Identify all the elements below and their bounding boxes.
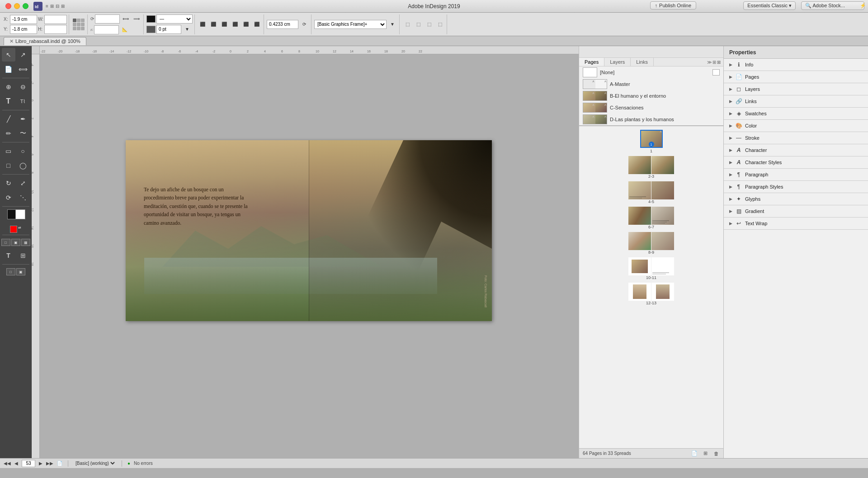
content-collector[interactable]: ⊕ (2, 80, 15, 94)
publish-online-button[interactable]: ↑ Publish Online (650, 1, 696, 9)
ref-point-ml[interactable] (73, 23, 76, 26)
master-b[interactable]: A A B-El humano y el entorno (579, 90, 723, 102)
tab-layers[interactable]: Layers (604, 58, 631, 66)
spread-thumb-12-13[interactable]: 12-13 (583, 283, 720, 305)
scale-options[interactable]: 📐 (120, 25, 130, 35)
nav-next-page[interactable]: ▶ (39, 461, 42, 466)
text-frame-tool2[interactable]: T (2, 249, 15, 262)
info-section[interactable]: ▶ ℹ Info (724, 59, 868, 71)
character-section[interactable]: ▶ A Character (724, 144, 868, 156)
ellipse-frame-tool[interactable]: ○ (16, 144, 30, 158)
rotate-input[interactable] (95, 14, 120, 24)
master-a[interactable]: A A A-Master (579, 78, 723, 90)
preview-mode-button[interactable]: ▣ (11, 239, 20, 246)
pen-tool[interactable]: ✒ (16, 112, 30, 126)
workspace-dropdown[interactable]: Essentials Classic ▾ (743, 1, 796, 10)
ref-point-bc[interactable] (77, 27, 80, 30)
ref-point-br[interactable] (81, 27, 85, 30)
h-input[interactable] (44, 25, 67, 34)
ref-point-tl[interactable] (73, 19, 76, 22)
spread-thumb-2-3[interactable]: 2-3 (583, 156, 720, 179)
pages-section[interactable]: ▶ 📄 Pages (724, 71, 868, 83)
swap-colors-button[interactable]: ⇄ (18, 226, 22, 229)
obj-opt4[interactable]: ⬚ (435, 19, 445, 29)
align-center-v-button[interactable]: ⬛ (241, 19, 251, 29)
canvas-area[interactable]: Te dejo un afiche de un bosque con un pr… (40, 54, 579, 458)
text-wrap-section[interactable]: ▶ ↩ Text Wrap (724, 218, 868, 230)
x-input[interactable] (10, 15, 37, 24)
align-top-button[interactable]: ⬛ (230, 19, 240, 29)
frame-more-button[interactable]: ▼ (387, 19, 397, 29)
page-tool[interactable]: 📄 (2, 62, 15, 76)
paragraph-styles-section[interactable]: ▶ ¶ Paragraph Styles (724, 181, 868, 193)
ellipse-tool[interactable]: ◯ (16, 159, 30, 172)
measure-input[interactable] (267, 20, 298, 29)
new-page-button[interactable]: 📄 (691, 450, 698, 457)
flip-h-button[interactable]: ⟺ (121, 14, 131, 24)
line-tool[interactable]: ╱ (2, 112, 15, 126)
rect-tool[interactable]: □ (2, 159, 15, 172)
spread-thumb-10-11[interactable]: 10-11 (583, 257, 720, 280)
scale-tool[interactable]: ⤢ (16, 176, 30, 190)
direct-selection-tool[interactable]: ↗ (16, 48, 30, 62)
shear-tool[interactable]: ⋱ (16, 191, 30, 204)
character-styles-section[interactable]: ▶ A Character Styles (724, 156, 868, 169)
free-transform-tool[interactable]: ⟳ (2, 191, 15, 204)
frame-type-dropdown[interactable]: [Basic Graphics Frame]+ (314, 20, 387, 29)
master-d[interactable]: A A D-Las plantas y los humanos (579, 114, 723, 125)
adobe-stock-search[interactable]: 🔍 Adobe Stock... (801, 1, 864, 10)
pencil-tool[interactable]: ✏ (2, 127, 15, 140)
stroke-options[interactable]: ▼ (182, 24, 192, 34)
spacing-options[interactable]: ⟳ (299, 19, 309, 29)
errors-indicator[interactable]: ● (127, 461, 130, 466)
y-input[interactable] (10, 25, 37, 34)
align-right-button[interactable]: ⬛ (219, 19, 229, 29)
smooth-tool[interactable]: 〜 (16, 127, 30, 140)
align-bottom-button[interactable]: ⬛ (252, 19, 262, 29)
background-swatch[interactable] (15, 209, 25, 219)
ref-point-tc[interactable] (77, 19, 80, 22)
panel-menu[interactable]: ≫ ⊞ ⊠ (704, 58, 723, 66)
duplicate-spread-button[interactable]: ⊞ (702, 450, 709, 457)
red-swatch[interactable] (10, 226, 17, 233)
gap-tool[interactable]: ⟺ (16, 62, 30, 76)
ref-point-bl[interactable] (73, 27, 76, 30)
page-thumb-1[interactable]: A 1 1 (583, 130, 720, 153)
shear-input[interactable] (94, 25, 119, 34)
close-button[interactable] (5, 3, 11, 9)
stroke-input[interactable] (156, 25, 181, 34)
obj-opt3[interactable]: ⬚ (424, 19, 434, 29)
document-spread[interactable]: Te dejo un afiche de un bosque con un pr… (126, 140, 492, 321)
w-input[interactable] (44, 15, 67, 24)
rect-frame-tool[interactable]: ▭ (2, 144, 15, 158)
tab-pages[interactable]: Pages (579, 58, 604, 66)
doc-tab-item[interactable]: ✕ Libro_rabascall.indd @ 100% (4, 37, 86, 45)
page-number-input[interactable] (22, 460, 35, 467)
view-mode-normal[interactable]: □ (6, 268, 15, 275)
frame-grid-tool[interactable]: ⊞ (16, 249, 30, 262)
delete-page-button[interactable]: 🗑 (712, 450, 720, 457)
align-center-h-button[interactable]: ⬛ (208, 19, 218, 29)
ref-point-mr[interactable] (81, 23, 85, 26)
spread-thumb-4-5[interactable]: 4-5 (583, 181, 720, 204)
bleed-mode-button[interactable]: ▦ (21, 239, 30, 246)
object-style-dropdown[interactable]: [Basic] (working) (74, 460, 116, 466)
nav-next[interactable]: ▶▶ (46, 461, 53, 466)
normal-mode-button[interactable]: □ (1, 239, 10, 246)
spread-thumb-6-7[interactable]: 6-7 (583, 207, 720, 229)
content-placer[interactable]: ⊖ (16, 80, 30, 94)
rotate-tool[interactable]: ↻ (2, 176, 15, 190)
stroke-section[interactable]: ▶ — Stroke (724, 132, 868, 144)
stroke-swatch[interactable] (146, 26, 156, 33)
obj-opt2[interactable]: ⬚ (413, 19, 423, 29)
fill-swatch[interactable] (146, 15, 156, 23)
page-type-button[interactable]: 📄 (57, 461, 62, 466)
swatches-section[interactable]: ▶ ◈ Swatches (724, 108, 868, 120)
paragraph-section[interactable]: ▶ ¶ Paragraph (724, 169, 868, 181)
maximize-button[interactable] (23, 3, 28, 9)
ref-point-mc[interactable] (77, 23, 80, 26)
color-section[interactable]: ▶ 🎨 Color (724, 120, 868, 132)
fill-type-dropdown[interactable]: — (156, 14, 193, 24)
master-c[interactable]: A A C-Sensaciones (579, 102, 723, 114)
nav-prev-page[interactable]: ◀ (14, 461, 18, 466)
